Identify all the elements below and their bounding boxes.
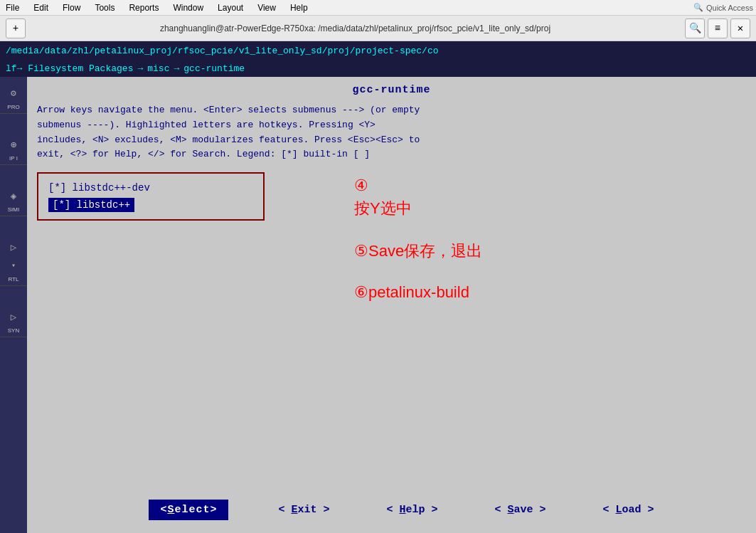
annotation-step6: ⑥petalinux-build [354,283,482,302]
sidebar-sim-label: SIMI [8,206,19,213]
pkg1-name: libstdc++-dev [73,182,150,194]
save-button[interactable]: < Save > [488,500,553,520]
rtl-chevron-icon[interactable]: ▾ [4,256,23,275]
menu-bar: File Edit Flow Tools Reports Window Layo… [0,0,756,16]
quick-access: 🔍 Quick Access [693,3,753,12]
menu-tools[interactable]: Tools [92,1,117,14]
title-icons: 🔍 ≡ ✕ [685,19,750,38]
pkg1-checkbox: [*] [48,182,73,194]
package-item-libstdcxx-dev[interactable]: [*] libstdc++-dev [48,181,253,195]
window-title: zhanghuanglin@atr-PowerEdge-R750xa: /med… [31,23,679,33]
menu-view[interactable]: View [255,1,279,14]
annotation-step4-text: 按Y选中 [354,198,482,219]
rtl-icon[interactable]: ▷ [4,238,23,256]
menu-layout[interactable]: Layout [215,1,246,14]
instruction-line1: Arrow keys navigate the menu. <Enter> se… [37,103,746,118]
sidebar-section-ip: ⊕ IP I [0,132,27,165]
terminal-area: gcc-runtime Arrow keys navigate the menu… [27,77,756,533]
help-button[interactable]: < Help > [379,500,444,520]
breadcrumb-misc: misc [147,63,169,74]
sidebar-ip-label: IP I [9,155,18,162]
path-bar: /media/data/zhl/petalinux_proj/rfsoc_pci… [0,41,756,60]
load-button[interactable]: < Load > [596,500,661,520]
annotation-area: ④ 按Y选中 ⑤Save保存，退出 ⑥petalinux-build [354,176,482,302]
breadcrumb-bar: lf→ Filesystem Packages → misc → gcc-run… [0,60,756,77]
instruction-line4: exit, <?> for Help, </> for Search. Lege… [37,147,746,162]
instruction-line2: submenus ----). Highlighted letters are … [37,118,746,133]
title-bar: + zhanghuanglin@atr-PowerEdge-R750xa: /m… [0,16,756,41]
sidebar-section-pro: ⚙ PRO [0,81,27,114]
syn-icon[interactable]: ▷ [4,307,23,326]
menu-help[interactable]: Help [287,1,311,14]
button-bar: <Select> < Exit > < Help > < Save > < Lo… [54,494,756,526]
menu-reports[interactable]: Reports [126,1,161,14]
sim-icon[interactable]: ◈ [4,186,23,205]
main-content: ⚙ PRO ⊕ IP I ◈ SIMI ▷ ▾ RTL ▷ SYN gcc-ru… [0,77,756,533]
menu-button[interactable]: ≡ [708,19,728,38]
breadcrumb-filesystem: lf→ Filesystem Packages [6,63,133,74]
breadcrumb-gcc-runtime: gcc-runtime [183,63,245,74]
package-list-box: [*] libstdc++-dev [*] libstdc++ [37,172,265,221]
select-button[interactable]: <Select> [149,500,228,520]
settings-icon[interactable]: ⚙ [4,84,23,102]
annotation-step5: ⑤Save保存，退出 [354,241,482,262]
instruction-line3: includes, <N> excludes, <M> modularizes … [37,133,746,148]
search-button[interactable]: 🔍 [685,19,705,38]
menu-file[interactable]: File [3,1,22,14]
annotation-step4-number: ④ [354,176,482,195]
current-path: /media/data/zhl/petalinux_proj/rfsoc_pci… [6,46,439,56]
dialog-title: gcc-runtime [37,84,746,96]
package-item-libstdcxx[interactable]: [*] libstdc++ [48,198,253,212]
close-button[interactable]: ✕ [730,19,750,38]
pkg2-name: libstdc++ [77,199,131,211]
search-icon: 🔍 [693,3,703,12]
sidebar-pro-label: PRO [7,104,19,110]
dialog-instructions: Arrow keys navigate the menu. <Enter> se… [37,103,746,162]
sidebar-section-syn: ▷ SYN [0,305,27,337]
ip-icon[interactable]: ⊕ [4,135,23,154]
sidebar-section-rtl: ▷ ▾ RTL [0,235,27,286]
menu-edit[interactable]: Edit [31,1,51,14]
new-tab-button[interactable]: + [6,19,26,38]
menu-window[interactable]: Window [170,1,206,14]
pkg2-selected: [*] libstdc++ [48,198,134,212]
breadcrumb-sep-2: → [174,63,179,74]
sidebar-section-sim: ◈ SIMI [0,184,27,216]
breadcrumb-sep-1: → [137,63,143,74]
menu-flow[interactable]: Flow [60,1,83,14]
quick-access-label: Quick Access [706,4,753,12]
sidebar-rtl-label: RTL [9,276,19,283]
sidebar-syn-label: SYN [8,327,19,334]
pkg2-checkbox: [*] [53,199,77,211]
sidebar: ⚙ PRO ⊕ IP I ◈ SIMI ▷ ▾ RTL ▷ SYN [0,77,27,533]
exit-button[interactable]: < Exit > [271,500,336,520]
